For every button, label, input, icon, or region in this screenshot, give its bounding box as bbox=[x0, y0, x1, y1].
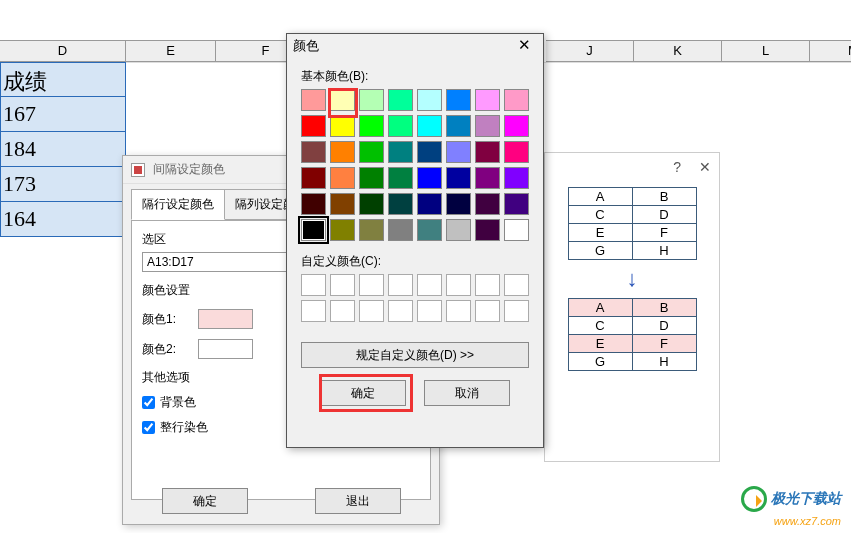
color-swatch[interactable] bbox=[330, 167, 355, 189]
custom-color-slot[interactable] bbox=[301, 300, 326, 322]
color-swatch[interactable] bbox=[446, 193, 471, 215]
close-icon[interactable]: ✕ bbox=[511, 36, 537, 56]
exit-button[interactable]: 退出 bbox=[315, 488, 401, 514]
cell[interactable]: 167 bbox=[0, 97, 126, 132]
help-icon[interactable]: ? bbox=[673, 159, 681, 175]
color-swatch[interactable] bbox=[388, 167, 413, 189]
tab-row-color[interactable]: 隔行设定颜色 bbox=[131, 189, 225, 220]
color-swatch[interactable] bbox=[504, 89, 529, 111]
example-cell: F bbox=[632, 224, 696, 242]
example-cell: E bbox=[568, 335, 632, 353]
column-header[interactable]: E bbox=[126, 40, 216, 62]
color-swatch[interactable] bbox=[359, 167, 384, 189]
custom-color-slot[interactable] bbox=[417, 274, 442, 296]
basic-color-grid bbox=[301, 89, 529, 241]
example-cell: H bbox=[632, 242, 696, 260]
color-picker-dialog: 颜色 ✕ 基本颜色(B): 自定义颜色(C): 规定自定义颜色(D) >> 确定… bbox=[286, 33, 544, 448]
color-swatch[interactable] bbox=[330, 89, 355, 111]
custom-color-slot[interactable] bbox=[388, 274, 413, 296]
color-swatch[interactable] bbox=[301, 193, 326, 215]
cell[interactable]: 173 bbox=[0, 167, 126, 202]
color-swatch[interactable] bbox=[504, 167, 529, 189]
custom-color-slot[interactable] bbox=[446, 274, 471, 296]
color-swatch[interactable] bbox=[475, 115, 500, 137]
custom-color-slot[interactable] bbox=[504, 300, 529, 322]
example-cell: B bbox=[632, 299, 696, 317]
color-swatch[interactable] bbox=[388, 89, 413, 111]
color-swatch[interactable] bbox=[475, 89, 500, 111]
custom-color-slot[interactable] bbox=[359, 274, 384, 296]
column-header[interactable]: J bbox=[546, 40, 634, 62]
color-swatch[interactable] bbox=[446, 141, 471, 163]
custom-color-slot[interactable] bbox=[359, 300, 384, 322]
color-swatch[interactable] bbox=[388, 219, 413, 241]
color2-swatch[interactable] bbox=[198, 339, 253, 359]
color-swatch[interactable] bbox=[504, 115, 529, 137]
color-swatch[interactable] bbox=[417, 115, 442, 137]
color-swatch[interactable] bbox=[301, 219, 326, 241]
custom-color-grid bbox=[301, 274, 529, 322]
custom-color-slot[interactable] bbox=[388, 300, 413, 322]
color-swatch[interactable] bbox=[301, 167, 326, 189]
example-table-after: ABCDEFGH bbox=[568, 298, 697, 371]
custom-color-slot[interactable] bbox=[417, 300, 442, 322]
color-swatch[interactable] bbox=[446, 219, 471, 241]
app-icon bbox=[131, 163, 145, 177]
cell[interactable]: 184 bbox=[0, 132, 126, 167]
color-swatch[interactable] bbox=[388, 115, 413, 137]
cell[interactable]: 164 bbox=[0, 202, 126, 237]
color-swatch[interactable] bbox=[504, 141, 529, 163]
color-swatch[interactable] bbox=[475, 167, 500, 189]
selected-cells: 成绩167184173164 bbox=[0, 62, 126, 237]
color-swatch[interactable] bbox=[446, 89, 471, 111]
close-icon[interactable]: ✕ bbox=[699, 159, 711, 175]
color-swatch[interactable] bbox=[475, 193, 500, 215]
color-ok-button[interactable]: 确定 bbox=[320, 380, 406, 406]
column-header[interactable]: M bbox=[810, 40, 851, 62]
define-custom-button[interactable]: 规定自定义颜色(D) >> bbox=[301, 342, 529, 368]
color-cancel-button[interactable]: 取消 bbox=[424, 380, 510, 406]
example-cell: A bbox=[568, 299, 632, 317]
color-swatch[interactable] bbox=[446, 115, 471, 137]
custom-color-slot[interactable] bbox=[330, 300, 355, 322]
custom-color-slot[interactable] bbox=[475, 274, 500, 296]
color-swatch[interactable] bbox=[359, 115, 384, 137]
color-swatch[interactable] bbox=[417, 141, 442, 163]
color-swatch[interactable] bbox=[388, 141, 413, 163]
ok-button[interactable]: 确定 bbox=[162, 488, 248, 514]
color-swatch[interactable] bbox=[388, 193, 413, 215]
color-swatch[interactable] bbox=[359, 141, 384, 163]
custom-color-slot[interactable] bbox=[475, 300, 500, 322]
color-swatch[interactable] bbox=[359, 193, 384, 215]
custom-color-slot[interactable] bbox=[301, 274, 326, 296]
color-swatch[interactable] bbox=[359, 219, 384, 241]
color-swatch[interactable] bbox=[475, 141, 500, 163]
color-swatch[interactable] bbox=[330, 115, 355, 137]
custom-color-slot[interactable] bbox=[446, 300, 471, 322]
color-swatch[interactable] bbox=[330, 193, 355, 215]
column-header[interactable]: L bbox=[722, 40, 810, 62]
cell[interactable]: 成绩 bbox=[0, 62, 126, 97]
color-swatch[interactable] bbox=[504, 193, 529, 215]
example-cell: F bbox=[632, 335, 696, 353]
color-swatch[interactable] bbox=[330, 141, 355, 163]
color-swatch[interactable] bbox=[301, 89, 326, 111]
color-swatch[interactable] bbox=[446, 167, 471, 189]
column-header[interactable]: K bbox=[634, 40, 722, 62]
color-swatch[interactable] bbox=[330, 219, 355, 241]
color-swatch[interactable] bbox=[417, 219, 442, 241]
custom-color-slot[interactable] bbox=[330, 274, 355, 296]
basic-colors-label: 基本颜色(B): bbox=[301, 68, 529, 85]
color-swatch[interactable] bbox=[301, 115, 326, 137]
color-swatch[interactable] bbox=[301, 141, 326, 163]
column-header[interactable]: D bbox=[0, 40, 126, 62]
color-swatch[interactable] bbox=[417, 193, 442, 215]
color-swatch[interactable] bbox=[475, 219, 500, 241]
example-cell: G bbox=[568, 242, 632, 260]
custom-color-slot[interactable] bbox=[504, 274, 529, 296]
color-swatch[interactable] bbox=[417, 89, 442, 111]
color-swatch[interactable] bbox=[359, 89, 384, 111]
color-swatch[interactable] bbox=[504, 219, 529, 241]
color-swatch[interactable] bbox=[417, 167, 442, 189]
color1-swatch[interactable] bbox=[198, 309, 253, 329]
